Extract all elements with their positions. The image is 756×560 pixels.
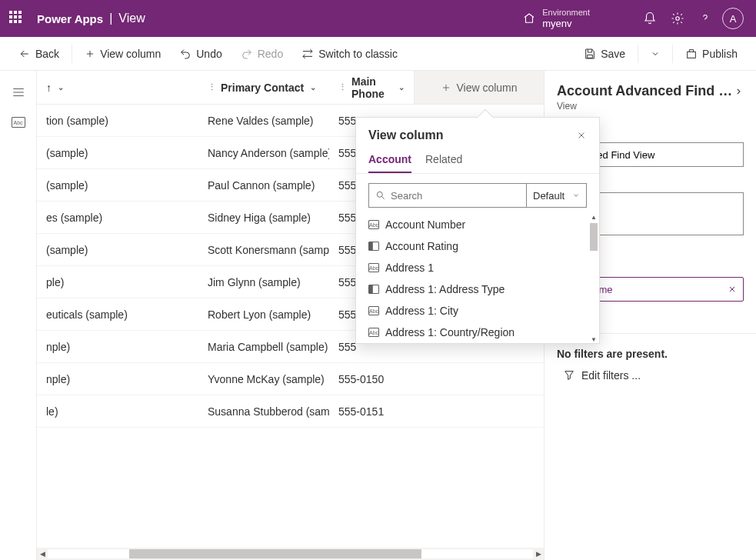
cell-name: euticals (sample) [37,308,198,321]
flyout-field-list: AbcAccount NumberAccount RatingAbcAddres… [356,214,599,343]
scrollbar-thumb[interactable] [129,549,421,558]
undo-icon [179,48,191,60]
cell-contact: Rene Valdes (sample) [198,115,329,127]
edit-filters-link[interactable]: Edit filters ... [557,369,744,382]
cell-contact: Sidney Higa (sample) [198,212,329,224]
redo-icon [241,48,253,60]
table-row[interactable]: le)Susanna Stubberod (samp...555-0151 [37,395,544,428]
app-launcher-icon[interactable] [9,11,25,26]
cell-name: es (sample) [37,212,198,224]
column-header-name[interactable]: ↑ ⌄ [37,82,198,94]
field-type-icon: Abc [368,220,379,229]
flyout-field-item[interactable]: AbcAddress 1: City [356,300,599,322]
pane-title: Account Advanced Find View [557,83,734,99]
scroll-left-arrow-icon[interactable]: ◀ [37,550,48,558]
scroll-down-arrow-icon[interactable]: ▼ [591,336,597,343]
chevron-down-icon [572,192,580,199]
save-button[interactable]: Save [578,43,631,65]
cell-name: (sample) [37,179,198,192]
components-icon[interactable]: Abc [12,117,25,128]
environment-picker[interactable]: Environment myenv [522,8,590,30]
scrollbar-thumb[interactable] [590,223,598,251]
horizontal-scrollbar[interactable]: ◀ ▶ [37,548,544,560]
close-icon[interactable] [728,285,737,294]
plus-icon [85,48,95,59]
view-column-flyout: View column Account Related Default AbcA… [355,117,600,344]
command-bar: Back View column Undo Redo Switch to cla… [0,37,756,71]
cell-contact: Robert Lyon (sample) [198,308,329,321]
cell-phone: 555-0150 [329,373,414,385]
redo-button[interactable]: Redo [235,43,289,65]
switch-icon [301,48,314,60]
flyout-sort-dropdown[interactable]: Default [527,183,587,208]
scroll-up-arrow-icon[interactable]: ▲ [591,214,597,221]
cell-contact: Scott Konersmann (sample) [198,244,329,256]
cell-contact: Maria Campbell (sample) [198,341,329,353]
settings-icon[interactable] [664,5,691,32]
field-label: Address 1 [385,262,434,274]
field-label: Address 1: Address Type [385,283,505,295]
environment-label: Environment [542,8,590,18]
cell-name: ple) [37,276,198,288]
flyout-search-box[interactable] [368,183,527,208]
brand-separator: | [109,12,112,25]
back-button[interactable]: Back [12,43,65,65]
field-label: Address 1: City [385,305,458,317]
chevron-right-icon [734,86,744,97]
field-label: Account Number [385,218,465,231]
chevron-down-icon: ⌄ [58,83,64,92]
left-rail: Abc [0,71,37,560]
environment-name: myenv [542,18,590,30]
tab-account[interactable]: Account [368,148,411,173]
column-header-primary-contact[interactable]: ⋮ Primary Contact ⌄ [198,82,329,94]
plus-icon [441,82,451,93]
publish-button[interactable]: Publish [679,43,744,65]
notifications-icon[interactable] [636,5,664,32]
save-dropdown-button[interactable] [644,45,666,63]
cell-phone: 555-0151 [329,405,414,418]
undo-button[interactable]: Undo [173,43,228,65]
cell-contact: Yvonne McKay (sample) [198,373,329,385]
flyout-field-item[interactable]: Account Rating [356,235,599,257]
flyout-field-item[interactable]: AbcAddress 1 [356,257,599,278]
grip-icon: ⋮ [208,82,216,92]
tab-related[interactable]: Related [425,148,462,173]
view-column-button[interactable]: View column [78,43,167,65]
close-icon [576,130,587,141]
cell-contact: Susanna Stubberod (samp... [198,405,329,418]
sort-asc-icon: ↑ [46,82,52,94]
grip-icon: ⋮ [338,82,347,92]
svg-point-0 [676,17,680,21]
cell-name: nple) [37,341,198,353]
scroll-right-arrow-icon[interactable]: ▶ [533,550,544,558]
field-type-icon: Abc [368,263,379,272]
user-avatar[interactable]: A [719,5,747,32]
cell-name: tion (sample) [37,115,198,127]
field-type-icon: Abc [368,306,379,315]
cell-name: nple) [37,373,198,385]
chevron-down-icon: ⌄ [398,83,405,92]
pane-title-row[interactable]: Account Advanced Find View [557,83,744,99]
flyout-field-item[interactable]: Address 1: Address Type [356,278,599,300]
flyout-close-button[interactable] [576,130,587,141]
cell-name: le) [37,405,198,418]
column-header-main-phone[interactable]: ⋮ Main Phone ⌄ [329,75,414,100]
chevron-down-icon: ⌄ [310,83,316,92]
switch-classic-button[interactable]: Switch to classic [295,43,404,65]
grid-header: ↑ ⌄ ⋮ Primary Contact ⌄ ⋮ Main Phone ⌄ V… [37,71,544,105]
flyout-scrollbar[interactable]: ▲ ▼ [590,214,598,343]
add-view-column-button[interactable]: View column [414,71,544,104]
hamburger-icon[interactable] [6,80,31,105]
chevron-down-icon [651,49,660,58]
flyout-field-item[interactable]: AbcAccount Number [356,214,599,235]
filters-message: No filters are present. [557,348,744,360]
cell-contact: Paul Cannon (sample) [198,179,329,192]
field-label: Account Rating [385,240,458,252]
flyout-search-input[interactable] [391,190,520,202]
table-row[interactable]: nple)Yvonne McKay (sample)555-0150 [37,363,544,395]
help-icon[interactable] [691,5,719,32]
svg-point-2 [377,192,382,197]
environment-icon [522,12,536,25]
field-type-icon [368,242,379,251]
flyout-field-item[interactable]: AbcAddress 1: Country/Region [356,322,599,343]
